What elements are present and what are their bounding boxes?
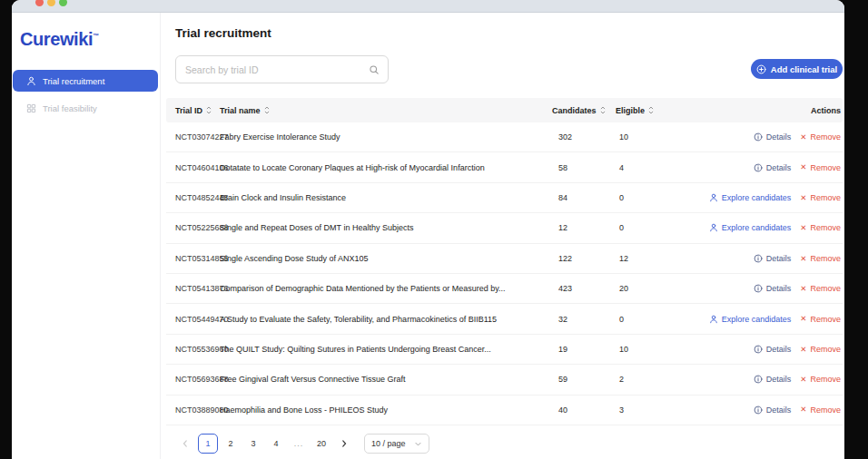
details-link[interactable]: Details bbox=[754, 132, 792, 142]
remove-link[interactable]: ✕ Remove bbox=[800, 284, 841, 293]
x-icon: ✕ bbox=[800, 194, 806, 202]
actions-cell: Details ✕ Remove bbox=[697, 284, 841, 293]
eligible-cell: 2 bbox=[616, 375, 697, 384]
eligible-cell: 10 bbox=[616, 132, 697, 142]
remove-link[interactable]: ✕ Remove bbox=[800, 345, 841, 354]
sort-icon[interactable] bbox=[600, 106, 606, 114]
column-header-candidates[interactable]: Candidates bbox=[552, 106, 616, 115]
info-circle-icon bbox=[754, 163, 763, 172]
next-page-button[interactable] bbox=[334, 434, 354, 454]
remove-link[interactable]: ✕ Remove bbox=[800, 315, 841, 324]
details-link[interactable]: Details bbox=[754, 405, 792, 415]
search-icon[interactable] bbox=[369, 64, 380, 75]
column-header-trial-name[interactable]: Trial name bbox=[220, 106, 552, 115]
details-link[interactable]: Details bbox=[754, 163, 792, 172]
remove-link[interactable]: ✕ Remove bbox=[800, 163, 841, 172]
page-button[interactable]: 20 bbox=[311, 434, 331, 454]
trial-id-cell: NCT03074227 bbox=[175, 132, 220, 142]
page-button[interactable]: 1 bbox=[198, 434, 218, 454]
chevron-down-icon bbox=[414, 440, 422, 448]
explore-candidates-link[interactable]: Explore candidates bbox=[709, 315, 792, 324]
explore-candidates-link[interactable]: Explore candidates bbox=[709, 193, 792, 202]
page-size-select[interactable]: 10 / page bbox=[364, 434, 429, 454]
table-row: NCT05225688 Single and Repeat Doses of D… bbox=[166, 213, 843, 243]
page-ellipsis: ... bbox=[289, 434, 309, 454]
search-input[interactable] bbox=[176, 64, 369, 75]
x-icon: ✕ bbox=[800, 224, 806, 232]
sort-icon[interactable] bbox=[264, 106, 270, 114]
details-link[interactable]: Details bbox=[754, 284, 792, 293]
trial-id-cell: NCT04852445 bbox=[175, 193, 220, 202]
x-icon: ✕ bbox=[800, 133, 806, 142]
column-header-eligible[interactable]: Eligible bbox=[616, 106, 697, 115]
x-icon: ✕ bbox=[800, 346, 806, 354]
remove-link[interactable]: ✕ Remove bbox=[800, 223, 841, 232]
trial-id-cell: NCT05449470 bbox=[175, 315, 220, 324]
grid-icon bbox=[26, 103, 36, 113]
table-body: NCT03074227 Fabry Exercise Intolerance S… bbox=[166, 122, 843, 425]
details-link[interactable]: Details bbox=[754, 375, 792, 384]
info-circle-icon bbox=[754, 375, 763, 384]
trial-name-cell: Haemophilia and Bone Loss - PHILEOS Stud… bbox=[220, 405, 552, 415]
page-button[interactable]: 3 bbox=[243, 434, 263, 454]
trial-name-cell: Single and Repeat Doses of DMT in Health… bbox=[220, 223, 552, 232]
trial-id-cell: NCT05536960 bbox=[175, 345, 220, 354]
chevron-left-icon bbox=[181, 439, 190, 448]
info-circle-icon bbox=[754, 284, 763, 293]
close-window-icon[interactable] bbox=[35, 0, 44, 6]
sort-icon[interactable] bbox=[648, 106, 654, 114]
trial-id-cell: NCT05225688 bbox=[175, 223, 220, 232]
remove-link[interactable]: ✕ Remove bbox=[800, 132, 841, 142]
x-icon: ✕ bbox=[800, 163, 806, 171]
remove-link[interactable]: ✕ Remove bbox=[800, 375, 841, 384]
table-row: NCT03889080 Haemophilia and Bone Loss - … bbox=[166, 396, 843, 425]
table-row: NCT05536960 The QUILT Study: Quilting Su… bbox=[166, 335, 843, 365]
macos-titlebar bbox=[12, 0, 844, 13]
actions-cell: Explore candidates ✕ Remove bbox=[697, 315, 841, 324]
eligible-cell: 3 bbox=[616, 405, 697, 415]
remove-link[interactable]: ✕ Remove bbox=[800, 405, 841, 415]
sort-icon[interactable] bbox=[206, 106, 212, 114]
pagination-pages: 1234...20 bbox=[198, 434, 331, 454]
candidates-cell: 423 bbox=[552, 284, 616, 293]
page-button[interactable]: 2 bbox=[221, 434, 241, 454]
sidebar-item-trial-recruitment[interactable]: Trial recruitment bbox=[13, 70, 158, 92]
trial-name-cell: Brain Clock and Insulin Resistance bbox=[220, 193, 552, 202]
eligible-cell: 4 bbox=[616, 163, 697, 172]
zoom-window-icon[interactable] bbox=[59, 0, 67, 6]
actions-cell: Explore candidates ✕ Remove bbox=[697, 193, 841, 202]
x-icon: ✕ bbox=[800, 315, 806, 323]
remove-link[interactable]: ✕ Remove bbox=[800, 193, 841, 202]
remove-link[interactable]: ✕ Remove bbox=[800, 254, 841, 263]
add-clinical-trial-button[interactable]: Add clinical trial bbox=[751, 59, 843, 79]
trial-name-cell: Free Gingival Graft Versus Connective Ti… bbox=[220, 375, 552, 384]
column-header-actions: Actions bbox=[697, 106, 841, 115]
page-button[interactable]: 4 bbox=[266, 434, 286, 454]
minimize-window-icon[interactable] bbox=[47, 0, 55, 6]
table-row: NCT04604106 Dotatate to Locate Coronary … bbox=[166, 152, 843, 182]
candidates-cell: 58 bbox=[552, 163, 616, 172]
details-link[interactable]: Details bbox=[754, 254, 792, 263]
chevron-right-icon bbox=[340, 439, 349, 448]
table-row: NCT05449470 A Study to Evaluate the Safe… bbox=[166, 304, 843, 334]
previous-page-button[interactable] bbox=[175, 434, 195, 454]
column-header-trial-id[interactable]: Trial ID bbox=[175, 106, 220, 115]
candidates-cell: 40 bbox=[552, 405, 616, 415]
info-circle-icon bbox=[754, 405, 763, 415]
table-row: NCT05413876 Comparison of Demographic Da… bbox=[166, 274, 843, 304]
x-icon: ✕ bbox=[800, 376, 806, 384]
actions-cell: Details ✕ Remove bbox=[697, 345, 841, 354]
trademark-symbol: ™ bbox=[93, 33, 99, 39]
candidates-cell: 122 bbox=[552, 254, 616, 263]
trial-id-cell: NCT04604106 bbox=[175, 163, 220, 172]
trial-id-cell: NCT05413876 bbox=[175, 284, 220, 293]
actions-cell: Details ✕ Remove bbox=[697, 132, 841, 142]
explore-candidates-link[interactable]: Explore candidates bbox=[709, 223, 792, 232]
candidates-cell: 19 bbox=[552, 345, 616, 354]
trial-name-cell: Dotatate to Locate Coronary Plaques at H… bbox=[220, 163, 552, 172]
candidates-cell: 32 bbox=[552, 315, 616, 324]
actions-cell: Details ✕ Remove bbox=[697, 375, 841, 384]
details-link[interactable]: Details bbox=[754, 345, 792, 354]
eligible-cell: 10 bbox=[616, 345, 697, 354]
sidebar-item-trial-feasibility[interactable]: Trial feasibility bbox=[13, 97, 158, 119]
